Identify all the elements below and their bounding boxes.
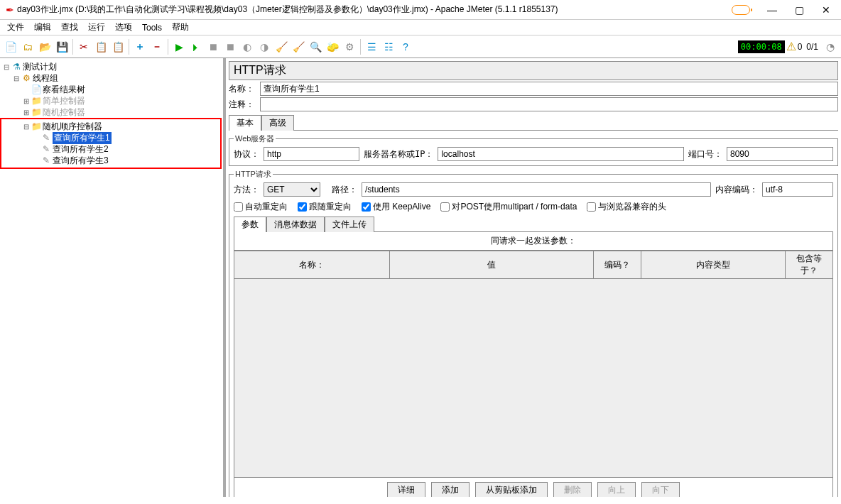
gauge-icon[interactable]: ◔ xyxy=(823,39,838,55)
tree-random-controller[interactable]: 随机控制器 xyxy=(43,106,85,119)
tree-simple-controller[interactable]: 简单控制器 xyxy=(43,95,85,107)
params-body[interactable] xyxy=(234,279,833,478)
col-value[interactable]: 值 xyxy=(390,251,594,279)
maximize-button[interactable]: ▢ xyxy=(790,4,808,16)
collapse-icon[interactable]: ☷ xyxy=(381,39,396,55)
name-label: 名称： xyxy=(229,83,257,95)
warning-icon[interactable]: ⚠ xyxy=(786,40,796,53)
help-icon[interactable]: ? xyxy=(398,39,413,55)
highlight-box: ⊟📁随机顺序控制器 ✎查询所有学生1 ✎查询所有学生2 ✎查询所有学生3 xyxy=(0,118,222,169)
search-icon[interactable]: 🔍 xyxy=(308,39,323,55)
remove-icon[interactable]: － xyxy=(149,39,165,55)
subtab-upload[interactable]: 文件上传 xyxy=(325,217,374,232)
tab-basic[interactable]: 基本 xyxy=(229,115,261,131)
elapsed-time: 00:00:08 xyxy=(738,40,785,53)
thread-count: 0/1 xyxy=(806,42,818,52)
remote-stop-icon[interactable]: ◑ xyxy=(256,39,272,55)
btn-up[interactable]: 向上 xyxy=(597,482,636,497)
chk-multipart[interactable]: 对POST使用multipart / form-data xyxy=(440,201,577,213)
comment-label: 注释： xyxy=(229,99,257,111)
tree-view-results[interactable]: 察看结果树 xyxy=(43,84,85,96)
stop-icon[interactable]: ⏹ xyxy=(205,39,221,55)
tree-test-plan[interactable]: 测试计划 xyxy=(23,61,57,73)
tab-advanced[interactable]: 高级 xyxy=(261,115,294,131)
port-label: 端口号： xyxy=(688,148,722,160)
menu-run[interactable]: 运行 xyxy=(85,21,108,34)
btn-detail[interactable]: 详细 xyxy=(387,482,425,497)
subtab-body[interactable]: 消息体数据 xyxy=(266,217,325,232)
subtab-params[interactable]: 参数 xyxy=(234,217,266,232)
add-icon[interactable]: ＋ xyxy=(132,39,148,55)
col-encode[interactable]: 编码？ xyxy=(593,251,641,279)
btn-delete[interactable]: 删除 xyxy=(553,482,592,497)
path-input[interactable] xyxy=(362,182,711,197)
clear-icon[interactable]: 🧹 xyxy=(273,39,289,55)
remote-start-icon[interactable]: ◐ xyxy=(239,39,255,55)
comment-input[interactable] xyxy=(260,97,838,111)
tree-thread-group[interactable]: 线程组 xyxy=(33,72,58,84)
title-bar: ✒ day03作业.jmx (D:\我的工作\自动化测试学习\课程视频\day0… xyxy=(0,0,841,20)
battery-icon xyxy=(732,5,750,15)
menu-search[interactable]: 查找 xyxy=(58,21,81,34)
tree-sampler-3[interactable]: 查询所有学生3 xyxy=(53,155,109,167)
template-icon[interactable]: 🗂 xyxy=(20,39,36,55)
tree-sampler-1[interactable]: 查询所有学生1 xyxy=(53,132,112,144)
cut-icon[interactable]: ✂ xyxy=(76,39,92,55)
shutdown-icon[interactable]: ⏹ xyxy=(222,39,238,55)
chk-auto-redirect[interactable]: 自动重定向 xyxy=(234,201,288,213)
save-icon[interactable]: 💾 xyxy=(54,39,70,55)
encoding-input[interactable] xyxy=(762,182,833,197)
http-request-group: HTTP请求 方法： GET 路径： 内容编码： 自动重定向 跟随重定向 使用 … xyxy=(229,169,838,497)
method-select[interactable]: GET xyxy=(264,182,320,197)
expand-icon[interactable]: ⊞ xyxy=(21,109,31,116)
web-server-legend: Web服务器 xyxy=(234,133,276,144)
copy-icon[interactable]: 📋 xyxy=(93,39,109,55)
server-label: 服务器名称或IP： xyxy=(364,148,433,160)
panel-title: HTTP请求 xyxy=(229,61,838,80)
menu-options[interactable]: 选项 xyxy=(112,21,135,34)
btn-from-clipboard[interactable]: 从剪贴板添加 xyxy=(475,482,548,497)
open-icon[interactable]: 📂 xyxy=(37,39,53,55)
tree-sampler-2[interactable]: 查询所有学生2 xyxy=(53,143,109,155)
menu-tools[interactable]: Tools xyxy=(139,22,165,33)
minimize-button[interactable]: — xyxy=(763,4,781,16)
btn-down[interactable]: 向下 xyxy=(641,482,680,497)
col-name[interactable]: 名称： xyxy=(234,251,390,279)
col-include[interactable]: 包含等于？ xyxy=(785,251,832,279)
new-file-icon[interactable]: 📄 xyxy=(3,39,18,55)
name-input[interactable] xyxy=(260,82,838,96)
tree-random-order-controller[interactable]: 随机顺序控制器 xyxy=(43,121,102,133)
toolbar: 📄 🗂 📂 💾 ✂ 📋 📋 ＋ － ▶ ⏵ ⏹ ⏹ ◐ ◑ 🧹 🧹 🔍 🧽 ⚙ … xyxy=(0,35,841,58)
menu-help[interactable]: 帮助 xyxy=(169,21,192,34)
method-label: 方法： xyxy=(234,184,259,196)
expand-icon[interactable]: ⊞ xyxy=(21,97,31,105)
reset-search-icon[interactable]: 🧽 xyxy=(325,39,340,55)
run-icon[interactable]: ▶ xyxy=(171,39,187,55)
params-caption: 同请求一起发送参数： xyxy=(234,232,833,251)
window-title: day03作业.jmx (D:\我的工作\自动化测试学习\课程视频\day03（… xyxy=(17,4,732,16)
collapse-icon[interactable]: ⊟ xyxy=(1,63,11,71)
close-button[interactable]: ✕ xyxy=(817,4,835,16)
btn-add[interactable]: 添加 xyxy=(431,482,470,497)
menu-file[interactable]: 文件 xyxy=(4,21,27,34)
collapse-icon[interactable]: ⊟ xyxy=(11,75,21,82)
chk-browser-compat[interactable]: 与浏览器兼容的头 xyxy=(587,201,666,213)
protocol-input[interactable] xyxy=(264,147,359,161)
port-input[interactable] xyxy=(727,147,833,161)
collapse-icon[interactable]: ⊟ xyxy=(21,123,31,131)
warning-count: 0 xyxy=(798,42,803,52)
run-no-pause-icon[interactable]: ⏵ xyxy=(188,39,204,55)
chk-keepalive[interactable]: 使用 KeepAlive xyxy=(362,201,430,213)
expand-icon[interactable]: ☰ xyxy=(364,39,379,55)
editor-panel: HTTP请求 名称： 注释： 基本 高级 Web服务器 协议： 服务器名称或IP… xyxy=(226,58,841,497)
tree-panel: ⊟⚗测试计划 ⊟⚙线程组 📄察看结果树 ⊞📁简单控制器 ⊞📁随机控制器 ⊟📁随机… xyxy=(0,58,226,497)
protocol-label: 协议： xyxy=(234,148,259,160)
clear-all-icon[interactable]: 🧹 xyxy=(291,39,306,55)
col-ctype[interactable]: 内容类型 xyxy=(641,251,785,279)
server-input[interactable] xyxy=(438,147,684,161)
chk-follow-redirect[interactable]: 跟随重定向 xyxy=(298,201,352,213)
function-helper-icon[interactable]: ⚙ xyxy=(342,39,357,55)
web-server-group: Web服务器 协议： 服务器名称或IP： 端口号： xyxy=(229,133,838,166)
menu-edit[interactable]: 编辑 xyxy=(31,21,54,34)
paste-icon[interactable]: 📋 xyxy=(110,39,126,55)
